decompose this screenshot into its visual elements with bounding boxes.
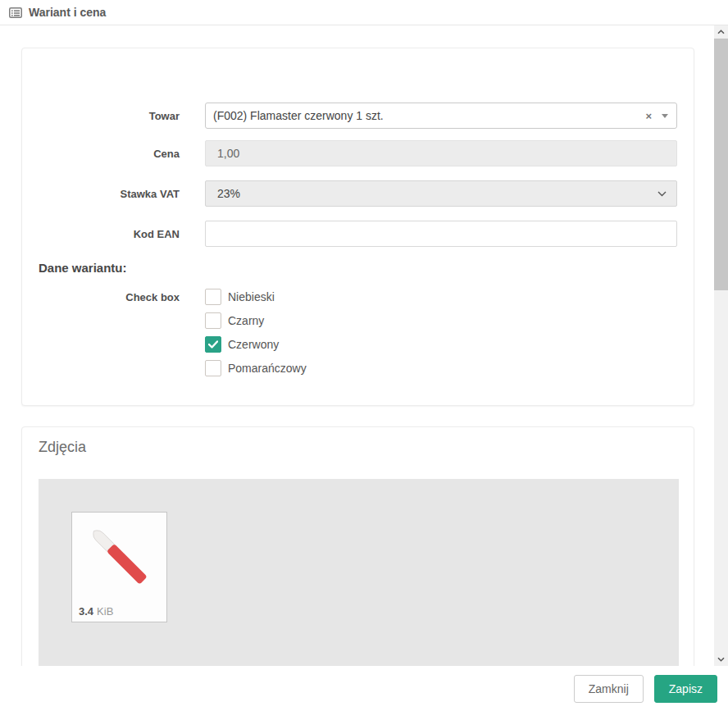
vat-selected-value: 23% (217, 187, 657, 200)
checkbox-label: Czerwony (228, 338, 279, 351)
vertical-scrollbar[interactable] (714, 25, 728, 666)
checkbox-label: Pomarańczowy (228, 362, 307, 375)
file-size-unit: KiB (97, 605, 113, 618)
checkbox-option-pomaranczowy[interactable]: Pomarańczowy (205, 360, 677, 376)
scrollbar-thumb[interactable] (714, 39, 728, 290)
variant-data-heading: Dane wariantu: (39, 261, 677, 275)
chevron-down-icon (657, 191, 667, 197)
file-size-badge: 3.4 KiB (72, 601, 166, 622)
variant-form-card: Towar (F002) Flamaster czerwony 1 szt. ×… (21, 48, 694, 406)
checkbox-label: Niebieski (228, 290, 275, 303)
cena-label: Cena (39, 148, 205, 160)
form-row-ean: Kod EAN (39, 221, 677, 247)
checkbox[interactable] (205, 360, 221, 376)
scroll-up-icon[interactable] (714, 25, 728, 39)
modal-footer: Zamknij Zapisz (0, 666, 728, 711)
photos-card: Zdjęcia 3.4 KiB (21, 426, 694, 666)
towar-label: Towar (39, 110, 205, 122)
ean-input[interactable] (205, 221, 677, 247)
towar-select[interactable]: (F002) Flamaster czerwony 1 szt. × (205, 103, 677, 129)
file-size-value: 3.4 (79, 605, 93, 618)
checkbox[interactable] (205, 312, 221, 329)
checkbox-group-row: Check box Niebieski Czarny (39, 289, 677, 376)
save-button[interactable]: Zapisz (654, 675, 717, 703)
checkbox-group-label: Check box (39, 289, 205, 303)
page-title: Wariant i cena (29, 6, 106, 19)
close-button[interactable]: Zamknij (574, 675, 644, 703)
cena-input (205, 140, 677, 166)
modal-header: Wariant i cena (0, 0, 728, 25)
ean-label: Kod EAN (39, 228, 205, 240)
photos-title: Zdjęcia (39, 439, 677, 456)
checkbox[interactable] (205, 289, 221, 305)
checkbox-option-czarny[interactable]: Czarny (205, 312, 677, 329)
photo-thumbnail[interactable]: 3.4 KiB (71, 512, 167, 622)
checkbox[interactable] (205, 336, 221, 353)
clear-selection-icon[interactable]: × (645, 110, 652, 122)
form-row-towar: Towar (F002) Flamaster czerwony 1 szt. × (39, 103, 677, 129)
modal-body: Towar (F002) Flamaster czerwony 1 szt. ×… (0, 26, 714, 666)
photo-dropzone[interactable]: 3.4 KiB (39, 479, 679, 666)
red-marker-image (72, 513, 166, 601)
towar-selected-value: (F002) Flamaster czerwony 1 szt. (213, 109, 645, 122)
checkbox-list: Niebieski Czarny Czerwony (205, 289, 677, 376)
form-row-cena: Cena (39, 140, 677, 166)
checkbox-label: Czarny (228, 314, 264, 327)
vat-label: Stawka VAT (39, 188, 205, 200)
dropdown-arrow-icon[interactable] (662, 114, 668, 118)
checkbox-option-czerwony[interactable]: Czerwony (205, 336, 677, 353)
checkbox-option-niebieski[interactable]: Niebieski (205, 289, 677, 305)
form-row-vat: Stawka VAT 23% (39, 180, 677, 207)
scroll-down-icon[interactable] (714, 653, 728, 666)
vat-select[interactable]: 23% (205, 180, 677, 207)
list-alt-icon (9, 7, 22, 18)
